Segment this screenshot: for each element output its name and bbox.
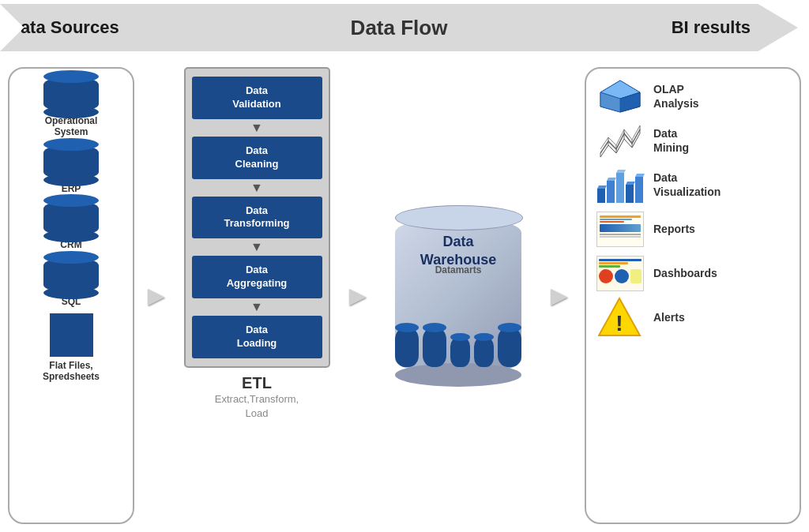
arrow-connector-1: ► <box>134 67 178 524</box>
datamarts-area <box>395 328 521 367</box>
data-validation-step: DataValidation <box>192 77 322 119</box>
svg-rect-14 <box>635 177 643 203</box>
down-arrow-icon: ▼ <box>192 122 322 134</box>
alerts-label: Alerts <box>653 310 685 324</box>
warehouse-container: DataWarehouse Datamarts <box>395 217 521 375</box>
data-sources-panel: OperationalSystem ERP CRM SQL Flat Files… <box>8 67 134 524</box>
data-visualization-icon <box>594 165 645 204</box>
list-item: ! Alerts <box>594 298 792 337</box>
list-item: OLAPAnalysis <box>594 77 792 116</box>
main-container: Data Sources Data Flow BI results Operat… <box>0 0 809 532</box>
data-cleaning-step: DataCleaning <box>192 137 322 179</box>
svg-rect-13 <box>626 185 634 203</box>
down-arrow-icon: ▼ <box>192 182 322 194</box>
etl-label: ETL Extract,Transform,Load <box>215 374 299 421</box>
reports-label: Reports <box>653 222 695 236</box>
svg-rect-12 <box>616 173 624 203</box>
list-item: DataMining <box>594 121 792 160</box>
arrow-connector-2: ► <box>336 67 379 524</box>
datamart-cylinder-1 <box>395 328 419 367</box>
flat-files-label: Flat Files,Spredsheets <box>43 360 100 383</box>
right-arrow-icon: ► <box>545 279 574 313</box>
data-mining-icon <box>594 121 645 160</box>
data-sources-label: Data Sources <box>8 17 119 38</box>
erp-icon <box>43 144 99 180</box>
alerts-icon: ! <box>594 298 645 337</box>
dashboards-icon <box>594 253 645 293</box>
dashboards-label: Dashboards <box>653 266 717 280</box>
dashboards-image <box>596 256 644 291</box>
down-arrow-icon: ▼ <box>192 301 322 313</box>
olap-icon <box>594 77 645 116</box>
list-item: Flat Files,Spredsheets <box>43 313 100 383</box>
svg-marker-17 <box>616 170 626 173</box>
data-loading-step: DataLoading <box>192 316 322 358</box>
data-transforming-step: DataTransforming <box>192 197 322 239</box>
olap-label: OLAPAnalysis <box>653 82 699 111</box>
flat-files-icon <box>50 313 93 357</box>
crm-icon <box>43 200 99 236</box>
svg-marker-18 <box>626 182 635 185</box>
svg-rect-11 <box>607 181 615 203</box>
etl-subtitle: Extract,Transform,Load <box>215 392 299 421</box>
operational-system-icon <box>43 77 99 112</box>
datamart-cylinder-4 <box>474 337 494 367</box>
svg-marker-15 <box>597 185 607 189</box>
operational-system-label: OperationalSystem <box>45 115 98 138</box>
list-item: DataVisualization <box>594 165 792 204</box>
reports-icon <box>594 209 645 249</box>
etl-section: DataValidation ▼ DataCleaning ▼ DataTran… <box>178 67 336 524</box>
header-arrow: Data Sources Data Flow BI results <box>0 0 809 55</box>
datamart-cylinder-2 <box>423 328 446 367</box>
etl-title: ETL <box>215 374 299 392</box>
content-area: OperationalSystem ERP CRM SQL Flat Files… <box>0 63 809 532</box>
list-item: SQL <box>43 257 99 307</box>
right-arrow-icon: ► <box>344 279 372 313</box>
data-flow-arrow: Data Sources Data Flow BI results <box>0 4 798 51</box>
sql-icon <box>43 257 99 293</box>
etl-box: DataValidation ▼ DataCleaning ▼ DataTran… <box>184 67 330 368</box>
list-item: CRM <box>43 200 99 250</box>
svg-text:!: ! <box>615 311 623 335</box>
svg-rect-10 <box>597 189 605 203</box>
bi-results-panel: OLAPAnalysis <box>585 67 801 524</box>
warning-sign-icon: ! <box>596 296 644 339</box>
warehouse-section: DataWarehouse Datamarts <box>379 67 537 524</box>
svg-marker-16 <box>607 178 616 181</box>
data-aggregating-step: DataAggregating <box>192 256 322 298</box>
warehouse-cylinder: DataWarehouse Datamarts <box>395 217 521 375</box>
datamart-cylinder-3 <box>450 337 470 367</box>
bi-results-label: BI results <box>672 17 751 38</box>
svg-marker-19 <box>635 174 645 177</box>
list-item: Reports <box>594 209 792 249</box>
right-arrow-icon: ► <box>142 279 171 313</box>
data-visualization-label: DataVisualization <box>653 170 721 199</box>
data-flow-label: Data Flow <box>351 16 448 40</box>
reports-image <box>596 212 644 247</box>
warehouse-title: DataWarehouse <box>420 233 496 270</box>
datamart-cylinder-5 <box>498 328 521 367</box>
list-item: ERP <box>43 144 99 194</box>
list-item: Dashboards <box>594 253 792 293</box>
list-item: OperationalSystem <box>43 77 99 138</box>
down-arrow-icon: ▼ <box>192 241 322 253</box>
data-mining-label: DataMining <box>653 126 689 155</box>
arrow-connector-3: ► <box>537 67 581 524</box>
